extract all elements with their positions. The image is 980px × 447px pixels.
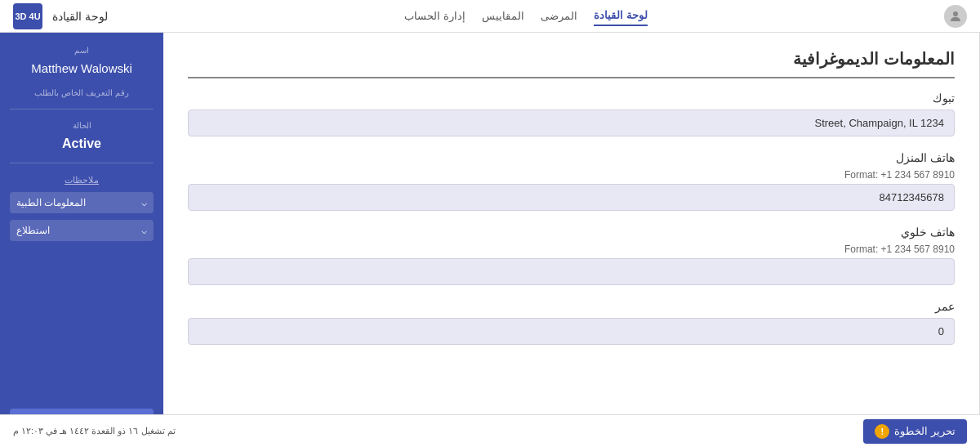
field-mobile-phone: هاتف خلوي Format: +1 234 567 8910 [188,226,955,285]
nav-item-patients[interactable]: المرضى [541,7,577,25]
sidebar-divider-2 [10,163,154,163]
sidebar: اسم Matthew Walowski رقم التعريف الخاص ب… [0,33,163,447]
field-address: تبوك [188,92,955,136]
chevron-down-icon: ⌵ [141,197,147,208]
avatar[interactable] [944,5,967,28]
input-home-phone[interactable] [188,184,955,211]
header-nav: لوحة القيادة المرضى المقاييس إدارة الحسا… [404,6,647,26]
nav-item-metrics[interactable]: المقاييس [482,7,524,25]
field-label-age: عمر [188,300,955,313]
sidebar-divider-1 [10,109,154,110]
nav-item-account[interactable]: إدارة الحساب [404,7,466,25]
field-label-address: تبوك [188,92,955,105]
sidebar-id-label: رقم التعريف الخاص بالطلب [10,88,154,97]
section-title: المعلومات الديموغرافية [188,49,955,78]
sidebar-status: Active [10,136,154,151]
content-area: المعلومات الديموغرافية تبوك هاتف المنزل … [163,33,980,447]
sidebar-patient-name: Matthew Walowski [10,61,154,75]
footer-bar: تحرير الخطوة ! تم تشغيل ١٦ ذو القعدة ١٤٤… [0,414,980,447]
header-right: لوحة القيادة 3D 4U [13,3,108,29]
sidebar-notes-link[interactable]: ملاحظات [10,175,154,186]
app-logo: 3D 4U [13,3,42,29]
field-label-home-phone: هاتف المنزل [188,151,955,164]
chevron-down-icon-2: ⌵ [141,225,147,236]
sidebar-accordion-survey-label: استطلاع [16,225,50,236]
header-left [944,5,967,28]
sidebar-status-label: الحالة [10,121,154,130]
sidebar-accordion-medical-label: المعلومات الطبية [16,197,86,208]
header-title: لوحة القيادة [52,10,108,23]
nav-item-dashboard[interactable]: لوحة القيادة [594,6,648,26]
edit-step-button[interactable]: تحرير الخطوة ! [863,419,967,444]
sidebar-name-label: اسم [10,46,154,55]
field-hint-mobile-phone: Format: +1 234 567 8910 [188,244,955,255]
footer-info: تم تشغيل ١٦ ذو القعدة ١٤٤٢ هـ في ١٢:٠٣ م [13,426,176,436]
input-age[interactable] [188,318,955,345]
field-label-mobile-phone: هاتف خلوي [188,226,955,239]
svg-point-0 [953,11,958,16]
edit-step-label: تحرير الخطوة [894,425,956,437]
sidebar-accordion-survey[interactable]: ⌵ استطلاع [10,220,154,241]
input-address[interactable] [188,110,955,136]
header: لوحة القيادة المرضى المقاييس إدارة الحسا… [0,0,980,33]
main-layout: المعلومات الديموغرافية تبوك هاتف المنزل … [0,33,980,447]
input-mobile-phone[interactable] [188,258,955,285]
field-age: عمر [188,300,955,345]
field-home-phone: هاتف المنزل Format: +1 234 567 8910 [188,151,955,211]
sidebar-accordion-medical[interactable]: ⌵ المعلومات الطبية [10,192,154,213]
field-hint-home-phone: Format: +1 234 567 8910 [188,169,955,181]
warning-icon: ! [875,424,889,439]
